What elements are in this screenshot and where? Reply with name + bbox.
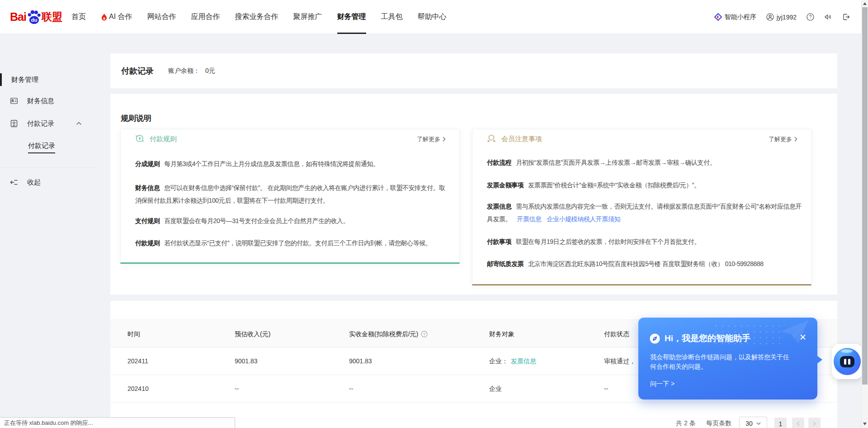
top-nav: Bai du 联盟 首页AI 合作网站合作应用合作搜索业务合作聚屏推广财务管理工… [0, 0, 868, 34]
nav-item-label: 工具包 [381, 12, 403, 22]
rule-item-label: 财务信息 [135, 184, 160, 191]
per-page-value: 30 [745, 420, 753, 427]
rule-item-text: 月初按“发票信息”页面开具发票→上传发票→邮寄发票→审核→确认支付。 [516, 159, 716, 166]
rule-item-text: 发票票面“价税合计”金额=系统中“实收金额（扣除税费后/元）”。 [528, 181, 700, 189]
learn-more-link[interactable]: 了解更多 [417, 135, 446, 143]
rule-card-1: 会员注意事项了解更多付款流程月初按“发票信息”页面开具发票→上传发票→邮寄发票→… [472, 129, 811, 285]
chevron-left-icon [797, 421, 800, 426]
sidebar-item-finance-info[interactable]: 财务信息 [0, 94, 97, 108]
invoice-info-link[interactable]: 发票信息 [511, 357, 536, 365]
baidu-union-logo[interactable]: Bai du 联盟 [10, 0, 62, 34]
rule-card-title: 会员注意事项 [501, 135, 542, 143]
close-icon[interactable]: ✕ [799, 333, 807, 342]
per-page-select[interactable]: 30 [739, 417, 767, 428]
assistant-ask-link[interactable]: 问一下 > [650, 380, 675, 388]
page-scrollbar[interactable] [861, 0, 868, 428]
scrollbar-up-arrow[interactable] [863, 2, 867, 5]
rule-item-text: 百度联盟会在每月20号—31号支付企业会员上个自然月产生的收入。 [164, 217, 349, 224]
chevron-right-icon [794, 136, 797, 143]
user-account[interactable]: jyj1992 [766, 13, 797, 21]
assistant-header: Hi，我是您的智能助手 [650, 333, 750, 344]
username-label: jyj1992 [777, 14, 797, 21]
collapse-icon [10, 179, 18, 188]
nav-item-[interactable]: 聚屏推广 [293, 0, 322, 34]
pagination-per-page-label: 每页条数 [706, 419, 731, 428]
svg-text:¥: ¥ [138, 136, 141, 141]
page-title: 付款记录 [121, 66, 154, 76]
finance-target-label: 企业： [489, 357, 508, 365]
scrollbar-thumb[interactable] [862, 7, 868, 385]
table-cell: -- [349, 375, 353, 403]
badge-star-icon [10, 119, 18, 128]
help-icon[interactable]: ? [807, 13, 814, 21]
assistant-robot-button[interactable] [832, 344, 863, 379]
select-caret-icon [756, 422, 761, 425]
table-column-header: 实收金额(扣除税费后/元)? [349, 320, 428, 348]
nav-item-[interactable]: 搜索业务合作 [235, 0, 278, 34]
nav-item-label: 网站合作 [147, 12, 176, 22]
logout-icon[interactable] [842, 13, 850, 21]
sidebar-divider [0, 167, 96, 168]
page-number-1[interactable]: 1 [774, 418, 787, 428]
table-column-header: 时间 [127, 320, 140, 348]
rule-item: 支付规则百度联盟会在每月20号—31号支付企业会员上个自然月产生的收入。 [135, 214, 450, 227]
nav-item-[interactable]: AI 合作 [101, 0, 132, 34]
rule-card-icon [487, 134, 496, 144]
rule-item: 付款流程月初按“发票信息”页面开具发票→上传发票→邮寄发票→审核→确认支付。 [487, 156, 802, 169]
sidebar: 财务管理 财务信息 付款记录 付款记录 [0, 34, 97, 428]
rule-item-label: 付款事项 [487, 238, 511, 245]
rule-item: 发票信息需与系统内发票信息内容完全一致，否则无法支付。请根据发票信息页面中“百度… [487, 200, 802, 225]
logo-text-lianmeng: 联盟 [42, 10, 62, 24]
table-cell: 9001.83 [349, 347, 372, 375]
assistant-popup: Hi，我是您的智能助手 ✕ 我会帮助您诊断合作链路问题，以及解答您关于任何合作相… [638, 318, 817, 399]
rule-item-label: 发票信息 [487, 203, 511, 210]
scrollbar-down-arrow[interactable] [863, 423, 867, 425]
id-card-icon [10, 97, 18, 105]
nav-item-label: 首页 [71, 12, 86, 22]
sidebar-item-label: 付款记录 [27, 119, 54, 128]
column-help-icon[interactable]: ? [418, 331, 428, 338]
rule-inline-link[interactable]: 开票信息 [517, 215, 541, 223]
next-page-button[interactable] [808, 418, 821, 428]
rule-item-text: 北京市海淀区西北旺东路10号院百度科技园5号楼 百度联盟财务组（收） 010-5… [528, 260, 763, 267]
rule-item: 付款事项联盟在每月19日之后签收的发票，付款时间安排在下个月首批支付。 [487, 235, 802, 248]
table-column-header: 财务对象 [489, 320, 514, 348]
account-balance: 账户余额：0元 [168, 67, 215, 75]
rules-heading: 规则说明 [121, 113, 151, 124]
assistant-title: Hi，我是您的智能助手 [665, 333, 750, 344]
nav-item-active[interactable]: 财务管理 [337, 0, 366, 34]
browser-status-bar: 正在等待 xlab.baidu.com 的响应... [0, 417, 235, 428]
nav-item-[interactable]: 首页 [71, 0, 86, 34]
prev-page-button[interactable] [792, 418, 804, 428]
sound-icon[interactable] [824, 13, 832, 21]
nav-item-[interactable]: 应用合作 [191, 0, 220, 34]
rule-item-label: 付款流程 [487, 159, 511, 166]
sidebar-collapse-button[interactable]: 收起 [0, 176, 97, 190]
rule-card-title: 付款规则 [150, 135, 177, 143]
rule-item-text: 您可以在财务信息中选择“保留付款”。 在此期间您产生的收入将在账户内进行累计，联… [135, 184, 445, 204]
mini-program-icon [714, 13, 722, 21]
nav-item-[interactable]: 工具包 [381, 0, 403, 34]
svg-text:?: ? [423, 332, 425, 336]
baidu-paw-icon: du [27, 10, 41, 25]
collapse-label: 收起 [27, 178, 41, 187]
sidebar-subitem-payment-records[interactable]: 付款记录 [28, 142, 55, 153]
rule-card-icon: ¥ [135, 134, 144, 144]
sidebar-item-payment-records[interactable]: 付款记录 [0, 117, 97, 130]
rule-inline-link[interactable]: 企业小规模纳税人开票须知 [547, 215, 620, 223]
sidebar-item-label: 财务信息 [27, 97, 54, 105]
rule-item-text: 若付款状态显示“已支付”，说明联盟已安排了您的付款。支付后三个工作日内到帐，请您… [164, 239, 431, 247]
rule-item: 付款规则若付款状态显示“已支付”，说明联盟已安排了您的付款。支付后三个工作日内到… [135, 237, 450, 249]
rule-item-label: 付款规则 [135, 239, 160, 247]
table-cell: -- [604, 375, 608, 403]
rule-item-label: 邮寄纸质发票 [487, 260, 524, 267]
balance-label: 账户余额： [168, 67, 200, 74]
nav-item-[interactable]: 网站合作 [147, 0, 176, 34]
page-header-card: 付款记录 账户余额：0元 [110, 53, 837, 88]
mini-program-entry[interactable]: 智能小程序 [714, 13, 756, 21]
nav-item-[interactable]: 帮助中心 [418, 0, 447, 34]
sidebar-section-finance[interactable]: 财务管理 [0, 73, 38, 86]
learn-more-link[interactable]: 了解更多 [769, 135, 797, 143]
rule-item-label: 分成规则 [135, 160, 160, 167]
nav-item-label: 聚屏推广 [293, 12, 322, 22]
